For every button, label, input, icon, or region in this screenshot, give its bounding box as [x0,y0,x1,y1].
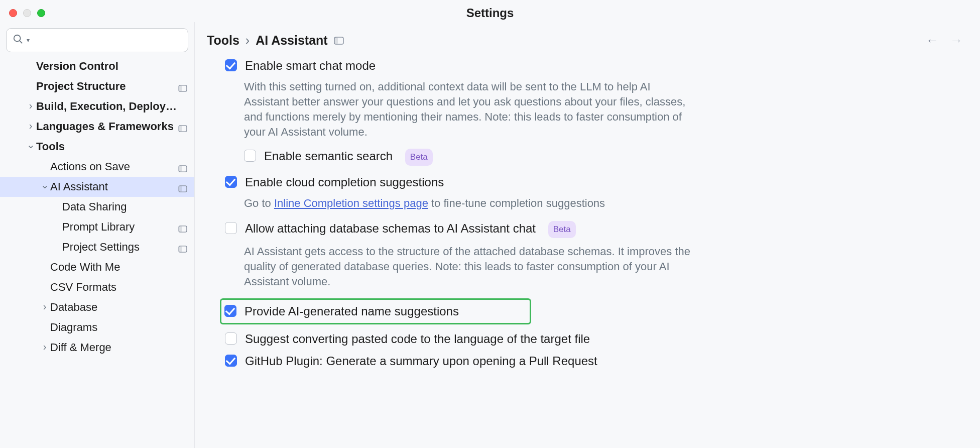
breadcrumb: Tools › AI Assistant [207,33,344,48]
svg-rect-3 [179,85,182,91]
convert-paste-checkbox[interactable] [225,332,237,345]
sidebar-item-label: Project Structure [36,80,178,93]
project-scope-icon [178,303,189,312]
chevron-down-icon[interactable]: ⌄ [25,139,36,151]
project-scope-icon [178,263,189,272]
sidebar-item-label: Version Control [36,60,178,73]
window-titlebar: Settings [0,0,980,22]
name-suggestions-label: Provide AI-generated name suggestions [244,304,459,319]
sidebar-item-label: Project Settings [62,241,178,254]
project-scope-icon [178,243,189,252]
highlighted-setting: Provide AI-generated name suggestions [220,298,531,324]
chevron-right-icon[interactable]: › [25,100,36,111]
sidebar-item-label: Actions on Save [50,160,178,173]
github-pr-label: GitHub Plugin: Generate a summary upon o… [245,354,597,369]
smart-chat-checkbox[interactable] [225,59,237,71]
chevron-down-icon[interactable]: ⌄ [39,179,50,191]
sidebar-item-tools[interactable]: ⌄Tools [0,137,194,157]
settings-search-input[interactable] [33,34,182,47]
svg-rect-7 [179,166,182,172]
cloud-completion-desc-suffix: to fine-tune completion suggestions [428,197,605,209]
semantic-search-checkbox[interactable] [244,150,256,162]
setting-cloud-completion: Enable cloud completion suggestions [225,175,906,190]
sidebar-item-label: Prompt Library [62,220,178,234]
breadcrumb-root[interactable]: Tools [207,33,239,48]
chevron-right-icon[interactable]: › [39,341,50,353]
inline-completion-settings-link[interactable]: Inline Completion settings page [274,197,428,209]
sidebar-item-code-with-me[interactable]: Code With Me [0,257,194,277]
sidebar-item-label: Build, Execution, Deployment [36,100,178,113]
sidebar-item-label: Data Sharing [62,200,178,213]
svg-point-0 [14,35,21,42]
project-scope-icon [178,182,189,191]
db-schemas-label: Allow attaching database schemas to AI A… [245,221,576,238]
nav-forward-button: → [950,34,963,47]
project-scope-icon [178,82,189,91]
dropdown-caret-icon: ▾ [27,37,30,44]
sidebar-item-label: Code With Me [50,261,178,274]
sidebar-item-label: Database [50,301,178,314]
project-scope-icon [178,283,189,292]
project-scope-icon [178,142,189,151]
svg-rect-11 [179,226,182,232]
github-pr-checkbox[interactable] [225,355,237,367]
sidebar-item-diff-merge[interactable]: ›Diff & Merge [0,338,194,358]
sidebar-item-build-execution-deployment[interactable]: ›Build, Execution, Deployment [0,96,194,117]
sidebar-item-label: CSV Formats [50,281,178,294]
sidebar-item-database[interactable]: ›Database [0,297,194,317]
sidebar-item-label: AI Assistant [50,180,178,193]
beta-badge: Beta [548,221,576,238]
convert-paste-label: Suggest converting pasted code to the la… [245,331,590,347]
semantic-search-label-text: Enable semantic search [264,149,393,163]
project-scope-icon [178,222,189,232]
sidebar-item-project-settings[interactable]: Project Settings [0,237,194,257]
settings-sidebar: ▾ Version ControlProject Structure›Build… [0,22,195,448]
settings-search[interactable]: ▾ [6,28,188,52]
sidebar-item-csv-formats[interactable]: CSV Formats [0,277,194,297]
setting-name-suggestions: Provide AI-generated name suggestions [224,304,523,319]
sidebar-item-diagrams[interactable]: Diagrams [0,317,194,338]
sidebar-item-prompt-library[interactable]: Prompt Library [0,217,194,237]
setting-semantic-search: Enable semantic search Beta [244,149,906,166]
settings-content: Tools › AI Assistant ← → Enable smart ch… [195,22,980,448]
chevron-right-icon[interactable]: › [25,120,36,132]
setting-github-pr: GitHub Plugin: Generate a summary upon o… [225,354,906,369]
search-icon [13,34,24,47]
project-scope-icon [334,33,344,48]
smart-chat-description: With this setting turned on, additional … [244,79,696,140]
breadcrumb-leaf: AI Assistant [256,33,328,48]
cloud-completion-label: Enable cloud completion suggestions [245,175,444,190]
project-scope-icon [178,122,189,131]
sidebar-item-label: Diagrams [50,321,178,334]
db-schemas-label-text: Allow attaching database schemas to AI A… [245,221,536,235]
semantic-search-label: Enable semantic search Beta [264,149,433,166]
window-title: Settings [0,6,980,20]
sidebar-item-ai-assistant[interactable]: ⌄AI Assistant [0,177,194,197]
chevron-right-icon[interactable]: › [39,301,50,312]
sidebar-item-data-sharing[interactable]: Data Sharing [0,197,194,217]
sidebar-item-label: Tools [36,140,178,153]
setting-smart-chat: Enable smart chat mode [225,58,906,73]
sidebar-item-actions-on-save[interactable]: Actions on Save [0,157,194,177]
project-scope-icon [178,323,189,332]
cloud-completion-desc-prefix: Go to [244,197,274,209]
project-scope-icon [178,62,189,71]
sidebar-item-label: Languages & Frameworks [36,120,178,133]
cloud-completion-checkbox[interactable] [225,176,237,188]
breadcrumb-nav: ← → [926,34,966,47]
setting-db-schemas: Allow attaching database schemas to AI A… [225,221,906,238]
cloud-completion-description: Go to Inline Completion settings page to… [244,196,696,211]
svg-line-1 [20,41,23,44]
project-scope-icon [178,102,189,111]
beta-badge: Beta [405,149,433,166]
breadcrumb-separator-icon: › [246,33,250,48]
sidebar-item-version-control[interactable]: Version Control [0,56,194,76]
project-scope-icon [178,162,189,171]
project-scope-icon [178,343,189,352]
db-schemas-description: AI Assistant gets access to the structur… [244,244,696,289]
sidebar-item-project-structure[interactable]: Project Structure [0,76,194,96]
db-schemas-checkbox[interactable] [225,222,237,234]
nav-back-button[interactable]: ← [926,34,939,47]
sidebar-item-languages-frameworks[interactable]: ›Languages & Frameworks [0,117,194,137]
name-suggestions-checkbox[interactable] [224,305,236,317]
